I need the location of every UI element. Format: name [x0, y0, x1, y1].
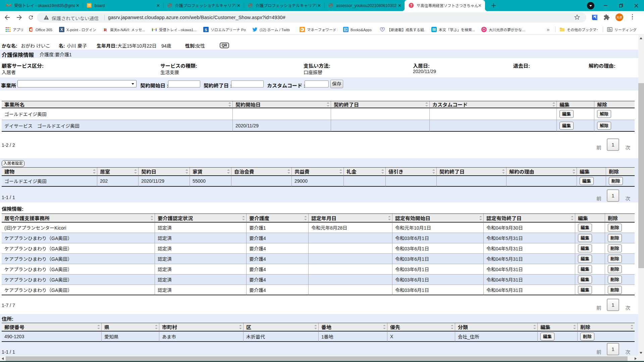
svg-text:R: R	[104, 27, 107, 32]
svg-text:S: S	[205, 28, 207, 32]
svg-text:X: X	[60, 27, 63, 32]
svg-text:B: B	[432, 27, 435, 32]
svg-text:?: ?	[410, 4, 412, 7]
